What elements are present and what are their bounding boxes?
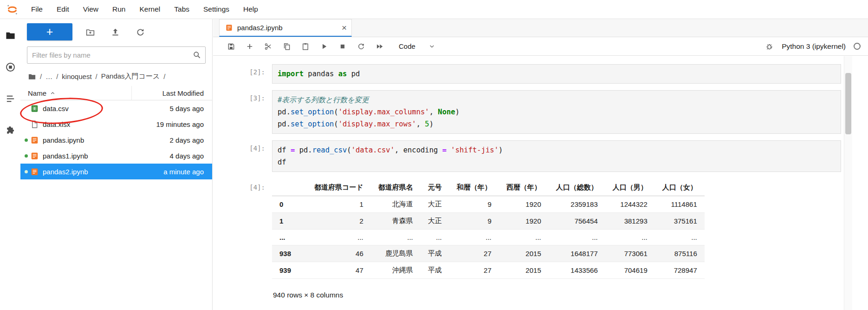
code-editor[interactable]: import pandas as pd [272,64,841,84]
kernel-running-indicator [25,139,28,142]
table-row: 93947沖縄県平成2720151433566704619728947 [272,262,705,279]
notebook-toolbar: Code Python 3 (ipykernel) [213,37,868,56]
breadcrumb-home-folder-icon[interactable] [28,73,36,81]
code-editor[interactable]: #表示する列数と行数を変更pd.set_option('display.max_… [272,90,841,134]
table-cell: 728947 [655,262,705,279]
file-name: data.csv [43,105,69,112]
menu-bar: FileEditViewRunKernelTabsSettingsHelp [0,0,868,19]
interrupt-kernel-button[interactable] [338,42,347,51]
file-row-pandas1.ipynb[interactable]: pandas1.ipynb4 days ago [20,148,212,164]
table-cell: 756454 [549,213,605,230]
column-header-last-modified[interactable]: Last Modified [131,86,212,100]
restart-kernel-button[interactable] [357,42,365,51]
table-cell: 1114861 [655,196,705,213]
index-column-header [272,179,307,196]
column-header: 都道府県名 [371,179,421,196]
table-cell: ... [655,230,705,245]
toc-icon[interactable] [5,93,16,104]
column-header: 人口（総数） [549,179,605,196]
menu-item-run[interactable]: Run [105,0,132,19]
restart-run-all-button[interactable] [376,42,384,51]
file-row-pandas.ipynb[interactable]: pandas.ipynb2 days ago [20,132,212,148]
copy-cell-button[interactable] [283,42,291,51]
file-file-icon [30,120,39,129]
code-editor[interactable]: df = pd.read_csv('data.csv', encoding = … [272,140,841,172]
dataframe-table: 都道府県コード都道府県名元号和暦（年）西暦（年）人口（総数）人口（男）人口（女）… [272,179,705,279]
table-cell: 2015 [499,262,549,279]
table-cell: 平成 [421,262,449,279]
cell-type-dropdown[interactable]: Code [399,42,435,50]
file-last-modified: 2 days ago [170,136,212,144]
search-icon [192,50,201,59]
kernel-name[interactable]: Python 3 (ipykernel) [782,42,846,51]
table-cell: ... [605,230,655,245]
table-row: 01北海道大正91920235918312443221114861 [272,196,705,213]
save-button[interactable] [227,42,235,51]
chevron-down-icon [428,43,435,50]
notebook-file-icon [30,136,39,145]
debugger-bug-icon[interactable] [765,42,774,51]
column-header-name[interactable]: Name [20,89,131,97]
table-cell: 27 [449,245,499,262]
file-name: pandas2.ipynb [43,168,88,176]
file-row-pandas2.ipynb[interactable]: pandas2.ipynba minute ago [20,164,212,179]
file-last-modified: a minute ago [163,168,212,176]
run-cell-button[interactable] [320,42,328,51]
close-tab-icon[interactable]: × [342,23,347,32]
menu-item-tabs[interactable]: Tabs [167,0,196,19]
table-cell: 9 [449,213,499,230]
kernel-running-indicator [25,154,28,158]
breadcrumb-separator: / [163,73,165,80]
paste-cell-button[interactable] [301,42,310,51]
execution-count: [3]: [213,90,265,134]
cut-cell-button[interactable] [264,42,272,51]
table-cell: ... [549,230,605,245]
scrollbar-thumb[interactable] [845,73,851,134]
table-cell: 沖縄県 [371,262,421,279]
file-row-data.csv[interactable]: data.csv5 days ago [20,100,212,116]
row-index: 938 [272,245,307,262]
jupyter-logo-icon [0,3,24,16]
breadcrumb-folder-4[interactable]: kinoquest [62,73,91,80]
filter-files-input[interactable] [27,46,206,64]
menu-item-edit[interactable]: Edit [50,0,76,19]
refresh-file-list-button[interactable] [136,27,145,37]
table-cell: 875116 [655,245,705,262]
table-row: 93846鹿児島県平成2720151648177773061875116 [272,245,705,262]
csv-file-icon [30,104,39,113]
row-index: 0 [272,196,307,213]
table-cell: 青森県 [371,213,421,230]
file-list-header: Name Last Modified [20,86,212,100]
notebook-content: [2]:import pandas as pd[3]:#表示する列数と行数を変更… [213,56,841,310]
file-row-data.xlsx[interactable]: data.xlsx19 minutes ago [20,116,212,132]
notebook-icon [225,24,233,32]
menu-bar-items: FileEditViewRunKernelTabsSettingsHelp [24,0,265,19]
execution-count: [2]: [213,64,265,84]
file-browser-panel: + /…/kinoquest/Pandas入門コース/ Name Last Mo… [20,19,213,310]
file-list: data.csv5 days agodata.xlsx19 minutes ag… [20,100,212,179]
breadcrumb-ellipsis[interactable]: … [45,73,52,80]
activity-bar [0,19,20,310]
table-cell: 1648177 [549,245,605,262]
new-launcher-button[interactable]: + [27,23,72,40]
menu-item-kernel[interactable]: Kernel [132,0,167,19]
file-browser-toolbar: + [20,19,212,45]
file-name: pandas1.ipynb [43,152,88,160]
upload-files-button[interactable] [110,27,120,37]
breadcrumb-folder-6[interactable]: Pandas入門コース [101,72,160,81]
column-header: 都道府県コード [307,179,371,196]
puzzle-icon[interactable] [5,125,16,136]
running-icon[interactable] [5,62,16,73]
tab-pandas2-ipynb[interactable]: pandas2.ipynb × [219,19,352,37]
new-folder-button[interactable] [85,27,95,37]
menu-item-file[interactable]: File [24,0,50,19]
notebook-scrollbar[interactable] [844,56,852,310]
menu-item-settings[interactable]: Settings [196,0,236,19]
table-cell: ... [307,230,371,245]
insert-cell-button[interactable] [246,42,254,51]
breadcrumb-separator: / [40,73,42,80]
file-last-modified: 19 minutes ago [156,120,212,128]
menu-item-view[interactable]: View [76,0,105,19]
folder-icon[interactable] [5,30,16,41]
menu-item-help[interactable]: Help [236,0,265,19]
